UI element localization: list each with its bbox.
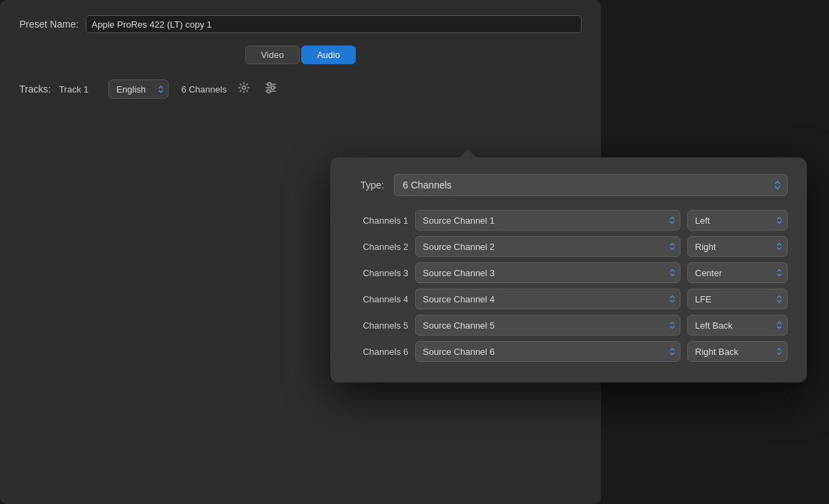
mixer-icon [264,81,278,94]
source-4-wrapper: Source Channel 1 Source Channel 2 Source… [415,289,680,309]
channel-1-label: Channels 1 [350,215,408,226]
output-2-select[interactable]: Left Right Center LFE Left Back Right Ba… [687,236,788,257]
tab-row: Video Audio [0,46,601,64]
source-3-wrapper: Source Channel 1 Source Channel 2 Source… [415,262,680,283]
output-1-select[interactable]: Left Right Center LFE Left Back Right Ba… [687,210,788,231]
channel-5-label: Channels 5 [350,320,408,331]
output-3-select[interactable]: Left Right Center LFE Left Back Right Ba… [687,262,788,283]
output-5-select[interactable]: Left Right Center LFE Left Back Right Ba… [687,315,788,336]
source-channel-5-select[interactable]: Source Channel 1 Source Channel 2 Source… [415,315,680,336]
channel-mapping-popup: Type: 6 Channels Stereo Mono 5.1 Channel… [330,157,807,382]
source-channel-4-select[interactable]: Source Channel 1 Source Channel 2 Source… [415,289,680,309]
svg-point-6 [267,90,271,93]
type-select-wrapper: 6 Channels Stereo Mono 5.1 [394,174,788,196]
mixer-button[interactable] [261,80,280,98]
svg-point-4 [268,83,271,86]
type-row: Type: 6 Channels Stereo Mono 5.1 [350,174,788,196]
tab-video[interactable]: Video [245,46,300,64]
language-select[interactable]: English French Spanish [108,79,169,99]
preset-name-input[interactable] [86,15,582,33]
type-label: Type: [350,180,384,191]
output-3-wrapper: Left Right Center LFE Left Back Right Ba… [687,262,788,283]
tracks-label: Tracks: [19,84,50,95]
tab-audio[interactable]: Audio [301,46,356,64]
channels-count-label: 6 Channels [181,84,227,95]
source-channel-1-select[interactable]: Source Channel 1 Source Channel 2 Source… [415,210,680,231]
source-channel-3-select[interactable]: Source Channel 1 Source Channel 2 Source… [415,262,680,283]
channel-row-5: Channels 5 Source Channel 1 Source Chann… [350,315,788,336]
output-6-select[interactable]: Left Right Center LFE Left Back Right Ba… [687,341,788,362]
gear-button[interactable] [235,80,253,98]
channel-row-2: Channels 2 Source Channel 1 Source Chann… [350,236,788,257]
gear-icon [238,81,250,94]
source-channel-2-select[interactable]: Source Channel 1 Source Channel 2 Source… [415,236,680,257]
channel-row-6: Channels 6 Source Channel 1 Source Chann… [350,341,788,362]
channels-table: Channels 1 Source Channel 1 Source Chann… [350,210,788,362]
output-1-wrapper: Left Right Center LFE Left Back Right Ba… [687,210,788,231]
source-2-wrapper: Source Channel 1 Source Channel 2 Source… [415,236,680,257]
output-6-wrapper: Left Right Center LFE Left Back Right Ba… [687,341,788,362]
channel-row-1: Channels 1 Source Channel 1 Source Chann… [350,210,788,231]
preset-name-row: Preset Name: [0,0,601,33]
output-2-wrapper: Left Right Center LFE Left Back Right Ba… [687,236,788,257]
channel-4-label: Channels 4 [350,294,408,304]
channel-6-label: Channels 6 [350,347,408,357]
channel-2-label: Channels 2 [350,242,408,252]
source-channel-6-select[interactable]: Source Channel 1 Source Channel 2 Source… [415,341,680,362]
svg-point-0 [242,86,246,90]
output-4-wrapper: Left Right Center LFE Left Back Right Ba… [687,289,788,309]
source-5-wrapper: Source Channel 1 Source Channel 2 Source… [415,315,680,336]
language-select-wrapper: English French Spanish [108,79,169,99]
source-1-wrapper: Source Channel 1 Source Channel 2 Source… [415,210,680,231]
svg-point-5 [271,86,275,90]
preset-name-label: Preset Name: [19,19,79,30]
channel-row-3: Channels 3 Source Channel 1 Source Chann… [350,262,788,283]
channel-3-label: Channels 3 [350,268,408,278]
channel-row-4: Channels 4 Source Channel 1 Source Chann… [350,289,788,309]
source-6-wrapper: Source Channel 1 Source Channel 2 Source… [415,341,680,362]
track-name: Track 1 [59,84,100,95]
output-4-select[interactable]: Left Right Center LFE Left Back Right Ba… [687,289,788,309]
tracks-row: Tracks: Track 1 English French Spanish 6… [0,64,601,99]
output-5-wrapper: Left Right Center LFE Left Back Right Ba… [687,315,788,336]
type-select[interactable]: 6 Channels Stereo Mono 5.1 [394,174,788,196]
